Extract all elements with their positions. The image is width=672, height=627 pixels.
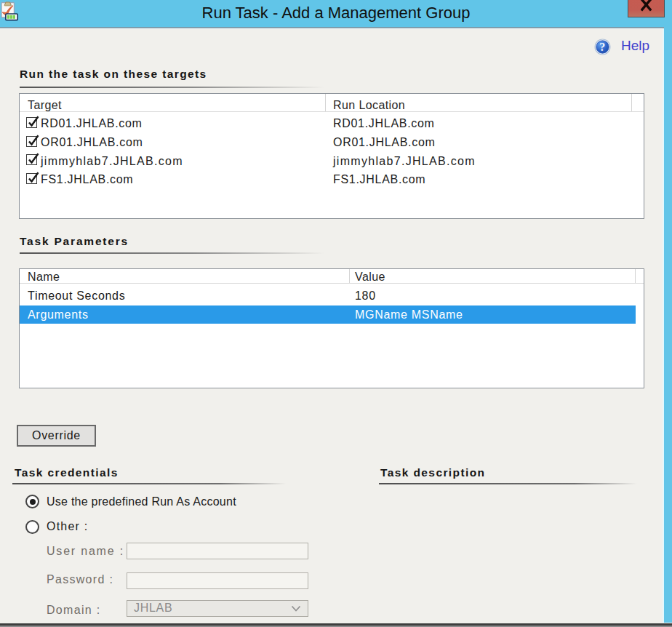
svg-text:?: ? xyxy=(599,41,605,53)
